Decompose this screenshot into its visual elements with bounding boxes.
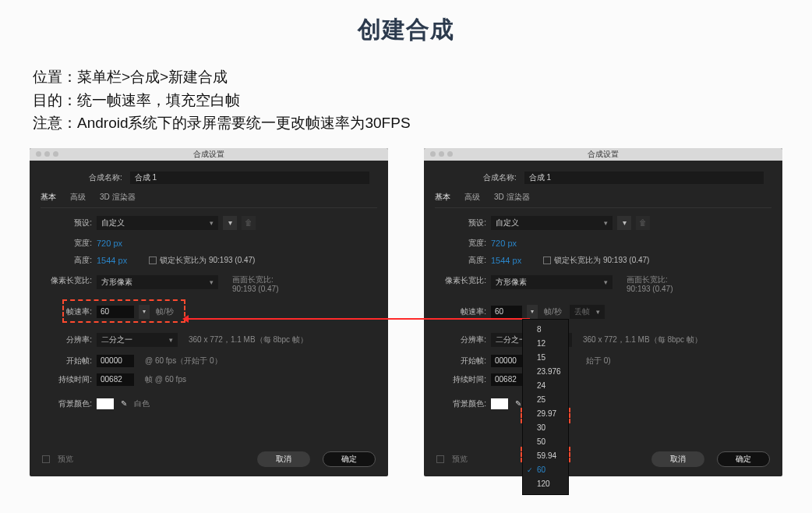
chevron-down-icon: ▾ (604, 278, 608, 286)
frame-aspect-value: 90:193 (0.47) (232, 285, 279, 293)
tab-basic[interactable]: 基本 (41, 192, 56, 203)
chevron-down-icon: ▾ (143, 308, 146, 315)
comp-name-input[interactable]: 合成 1 (130, 172, 369, 184)
save-preset-icon[interactable]: ▾ (617, 216, 631, 230)
width-value[interactable]: 720 px (491, 239, 517, 248)
resolution-info: 360 x 772，1.1 MB（每 8bpc 帧） (189, 334, 308, 345)
height-label: 高度: (41, 255, 97, 266)
lock-aspect-checkbox[interactable] (149, 256, 157, 264)
chevron-down-icon: ▾ (604, 219, 608, 227)
comp-name-label: 合成名称: (89, 172, 122, 183)
framerate-dropdown[interactable]: 8 12 15 23.976 24 25 29.97 30 50 59.94 6… (522, 319, 569, 495)
framerate-option[interactable]: 24 (523, 379, 568, 393)
framerate-option[interactable]: 8 (523, 323, 568, 337)
save-preset-icon[interactable]: ▾ (223, 216, 237, 230)
tab-basic[interactable]: 基本 (435, 192, 450, 203)
framerate-unit: 帧/秒 (156, 306, 174, 317)
framerate-option[interactable]: 50 (523, 435, 568, 449)
framerate-dropdown-button[interactable]: ▾ (527, 305, 538, 319)
preset-label: 预设: (435, 218, 491, 228)
resolution-info: 360 x 772，1.1 MB（每 8bpc 帧） (583, 334, 702, 345)
tab-3d-renderer[interactable]: 3D 渲染器 (494, 192, 530, 203)
tab-3d-renderer[interactable]: 3D 渲染器 (100, 192, 136, 203)
width-label: 宽度: (41, 238, 97, 249)
ok-button[interactable]: 确定 (323, 451, 376, 467)
delete-preset-icon[interactable]: 🗑 (636, 216, 650, 230)
framerate-option[interactable]: 15 (523, 351, 568, 365)
chevron-down-icon: ▾ (210, 219, 214, 227)
framerate-label: 帧速率: (41, 306, 97, 317)
framerate-option[interactable]: 29.97 (523, 407, 568, 421)
duration-label: 持续时间: (435, 374, 491, 385)
resolution-select[interactable]: 二分之一▾ (97, 333, 178, 347)
height-value[interactable]: 1544 px (97, 256, 127, 265)
delete-preset-icon[interactable]: 🗑 (242, 216, 256, 230)
start-frame-input[interactable]: 00000 (97, 355, 134, 367)
window-dot-icon (53, 151, 58, 157)
height-value[interactable]: 1544 px (491, 256, 521, 265)
window-dot-icon (36, 151, 41, 157)
height-label: 高度: (435, 255, 491, 266)
bg-color-label: 背景颜色: (435, 398, 491, 409)
par-label: 像素长宽比: (435, 275, 491, 286)
par-label: 像素长宽比: (41, 275, 97, 286)
composition-settings-left: 合成设置 合成名称: 合成 1 基本 高级 3D 渲染器 预设: 自定义▾ ▾ … (30, 148, 388, 476)
par-select[interactable]: 方形像素▾ (491, 275, 613, 289)
duration-info: 帧 @ 60 fps (145, 374, 186, 385)
comp-name-input[interactable]: 合成 1 (524, 172, 764, 184)
start-frame-info: 始于 0) (586, 356, 611, 366)
tab-advanced[interactable]: 高级 (464, 192, 480, 203)
width-value[interactable]: 720 px (97, 239, 122, 248)
par-select[interactable]: 方形像素▾ (97, 275, 218, 289)
dialog-titlebar: 合成设置 (30, 148, 388, 161)
framerate-option[interactable]: 12 (523, 337, 568, 351)
dialog-title: 合成设置 (588, 150, 619, 158)
framerate-option[interactable]: 23.976 (523, 365, 568, 379)
framerate-option[interactable]: 59.94 (523, 449, 568, 463)
duration-input[interactable]: 00682 (97, 373, 134, 386)
preset-select[interactable]: 自定义▾ (97, 216, 218, 230)
window-dot-icon (439, 151, 444, 157)
framerate-input[interactable]: 60 (491, 306, 522, 318)
dialog-titlebar: 合成设置 (424, 148, 782, 161)
dialog-title: 合成设置 (193, 150, 224, 158)
lock-aspect-label: 锁定长宽比为 90:193 (0.47) (554, 256, 649, 264)
frame-aspect-label: 画面长宽比: (627, 275, 668, 284)
lock-aspect-checkbox[interactable] (543, 256, 551, 264)
chevron-down-icon: ▾ (169, 336, 173, 344)
page-title: 创建合成 (0, 0, 812, 46)
composition-settings-right: 合成设置 合成名称: 合成 1 基本 高级 3D 渲染器 预设: 自定义▾ ▾ … (424, 148, 782, 476)
eyedropper-icon[interactable]: ✎ (118, 398, 129, 409)
bg-color-swatch[interactable] (491, 398, 508, 409)
lock-aspect-label: 锁定长宽比为 90:193 (0.47) (160, 256, 255, 264)
framerate-label: 帧速率: (435, 306, 491, 317)
window-dot-icon (430, 151, 436, 157)
cancel-button[interactable]: 取消 (651, 451, 704, 467)
framerate-option[interactable]: 120 (523, 477, 568, 491)
cancel-button[interactable]: 取消 (257, 451, 310, 467)
preset-label: 预设: (41, 218, 97, 228)
width-label: 宽度: (435, 238, 491, 249)
framerate-option[interactable]: 25 (523, 393, 568, 407)
chevron-down-icon: ▾ (210, 278, 214, 286)
preview-checkbox[interactable] (42, 455, 50, 463)
preview-checkbox[interactable] (436, 455, 444, 463)
tab-advanced[interactable]: 高级 (70, 192, 86, 203)
intro-block: 位置：菜单栏>合成>新建合成 目的：统一帧速率，填充空白帧 注意：Android… (33, 66, 812, 134)
framerate-option[interactable]: 30 (523, 421, 568, 435)
chevron-down-icon: ▾ (596, 308, 600, 316)
resolution-label: 分辨率: (435, 334, 491, 345)
bg-color-swatch[interactable] (97, 398, 114, 409)
preset-select[interactable]: 自定义▾ (491, 216, 613, 230)
ok-button[interactable]: 确定 (717, 451, 770, 467)
framerate-input[interactable]: 60 (97, 306, 134, 318)
start-frame-label: 开始帧: (41, 356, 97, 366)
preview-label: 预览 (58, 454, 73, 465)
framerate-dropdown-button[interactable]: ▾ (139, 305, 150, 319)
comp-name-label: 合成名称: (483, 172, 517, 183)
bg-color-label: 背景颜色: (41, 398, 97, 409)
framerate-option-selected[interactable]: 60 (523, 463, 568, 477)
preview-label: 预览 (452, 454, 468, 465)
dropframe-select[interactable]: 丢帧▾ (570, 305, 605, 319)
intro-line-location: 位置：菜单栏>合成>新建合成 (33, 66, 812, 88)
